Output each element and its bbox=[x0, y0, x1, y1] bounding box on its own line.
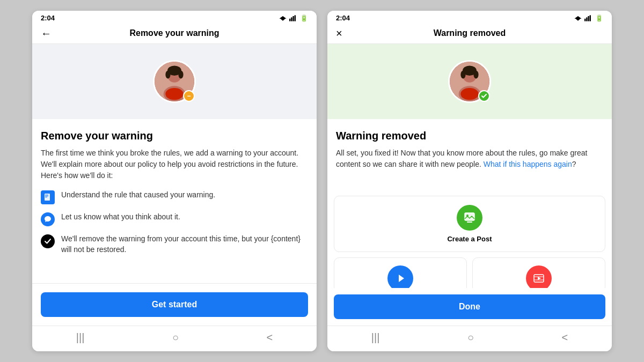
svg-marker-34 bbox=[399, 275, 404, 282]
svg-rect-19 bbox=[586, 17, 587, 21]
step-item-1: Understand the rule that caused your war… bbox=[41, 190, 308, 204]
signal-icon-2 bbox=[584, 15, 593, 21]
screen-warning-removed: 2:04 🔋 × Warning removed bbox=[327, 11, 612, 351]
screen-remove-warning: 2:04 🔋 ← Remove your warning bbox=[32, 11, 317, 351]
create-post-icon bbox=[457, 205, 482, 231]
svg-rect-1 bbox=[289, 18, 290, 21]
step-item-2: Let us know what you think about it. bbox=[41, 212, 308, 226]
status-time-2: 2:04 bbox=[336, 14, 350, 22]
avatar-badge-success bbox=[478, 90, 490, 102]
actions-section: Create a Post Create a Story bbox=[327, 189, 612, 288]
status-icons-1: 🔋 bbox=[279, 14, 308, 22]
speech-icon bbox=[43, 215, 52, 224]
what-if-link[interactable]: What if this happens again bbox=[484, 160, 572, 168]
steps-list: Understand the rule that caused your war… bbox=[41, 190, 308, 255]
status-bar-2: 2:04 🔋 bbox=[327, 11, 612, 24]
text-section-2: Warning removed All set, you fixed it! N… bbox=[327, 119, 612, 189]
nav-recent-icon-1[interactable]: ||| bbox=[76, 331, 85, 344]
story-icon bbox=[394, 272, 407, 285]
nav-home-icon-2[interactable]: ○ bbox=[467, 331, 474, 344]
step-text-1: Understand the rule that caused your war… bbox=[61, 190, 215, 201]
create-story-icon bbox=[387, 265, 413, 288]
svg-rect-4 bbox=[295, 15, 296, 21]
warning-removed-desc: All set, you fixed it! Now that you know… bbox=[336, 147, 603, 170]
svg-rect-33 bbox=[467, 221, 472, 223]
create-post-card[interactable]: Create a Post bbox=[334, 196, 605, 252]
battery-icon-2: 🔋 bbox=[595, 14, 603, 22]
avatar-badge-warning-1: − bbox=[183, 90, 195, 102]
done-section: Done bbox=[327, 288, 612, 326]
hero-section-1: − bbox=[32, 44, 317, 119]
wifi-icon-2 bbox=[574, 15, 582, 21]
status-icons-2: 🔋 bbox=[574, 14, 603, 22]
avatar-container-2 bbox=[448, 60, 491, 103]
desc-after: ? bbox=[572, 160, 576, 168]
content-area-1: − Remove your warning The first time we … bbox=[32, 44, 317, 283]
status-time-1: 2:04 bbox=[41, 14, 55, 22]
done-button[interactable]: Done bbox=[334, 294, 605, 319]
svg-rect-16 bbox=[45, 197, 47, 197]
svg-point-29 bbox=[473, 71, 478, 79]
text-section-1: Remove your warning The first time we th… bbox=[32, 119, 317, 273]
nav-bar-2: ||| ○ < bbox=[327, 326, 612, 351]
action-cards-row: Create a Story Create a Reel bbox=[334, 257, 605, 288]
bottom-section-1: Get started bbox=[32, 283, 317, 326]
svg-rect-2 bbox=[291, 17, 292, 21]
step-icon-check bbox=[41, 234, 55, 248]
step-item-3: We'll remove the warning from your accou… bbox=[41, 234, 308, 255]
checkmark-icon-badge bbox=[481, 93, 487, 99]
step-icon-speech bbox=[41, 212, 55, 226]
checkmark-icon-1 bbox=[43, 237, 52, 246]
svg-rect-18 bbox=[584, 18, 586, 21]
step-text-2: Let us know what you think about it. bbox=[61, 212, 180, 223]
post-icon bbox=[463, 211, 476, 224]
step-icon-book bbox=[41, 190, 55, 204]
svg-point-11 bbox=[165, 71, 170, 79]
svg-rect-14 bbox=[45, 195, 48, 195]
svg-marker-17 bbox=[574, 16, 581, 21]
create-reel-icon bbox=[526, 265, 552, 288]
nav-back-icon-2[interactable]: < bbox=[562, 331, 568, 344]
svg-marker-36 bbox=[538, 277, 541, 280]
signal-icon bbox=[289, 15, 298, 21]
svg-rect-20 bbox=[588, 16, 589, 21]
svg-rect-30 bbox=[465, 213, 474, 220]
nav-bar-1: ||| ○ < bbox=[32, 326, 317, 351]
avatar-container-1: − bbox=[153, 60, 196, 103]
create-reel-card[interactable]: Create a Reel bbox=[472, 257, 605, 288]
svg-point-8 bbox=[165, 88, 183, 100]
svg-marker-0 bbox=[279, 16, 286, 21]
step-text-3: We'll remove the warning from your accou… bbox=[61, 234, 308, 255]
wifi-icon bbox=[279, 15, 287, 21]
back-button[interactable]: ← bbox=[41, 27, 52, 40]
page-title-2: Warning removed bbox=[434, 28, 506, 38]
get-started-button[interactable]: Get started bbox=[41, 292, 308, 317]
svg-point-28 bbox=[460, 71, 465, 79]
status-bar-1: 2:04 🔋 bbox=[32, 11, 317, 24]
svg-rect-21 bbox=[590, 15, 591, 21]
svg-point-25 bbox=[460, 88, 478, 100]
warning-removed-title: Warning removed bbox=[336, 130, 603, 142]
create-post-label: Create a Post bbox=[447, 235, 492, 243]
nav-home-icon-1[interactable]: ○ bbox=[172, 331, 179, 344]
svg-rect-15 bbox=[45, 196, 48, 196]
nav-back-icon-1[interactable]: < bbox=[267, 331, 273, 344]
close-button[interactable]: × bbox=[336, 27, 342, 40]
battery-icon: 🔋 bbox=[300, 14, 308, 22]
nav-recent-icon-2[interactable]: ||| bbox=[371, 331, 380, 344]
reel-icon bbox=[532, 272, 545, 285]
svg-rect-3 bbox=[292, 16, 294, 21]
book-icon bbox=[43, 193, 52, 202]
content-area-2: Warning removed All set, you fixed it! N… bbox=[327, 44, 612, 288]
create-story-card[interactable]: Create a Story bbox=[334, 257, 467, 288]
main-title-1: Remove your warning bbox=[41, 130, 308, 142]
main-desc-1: The first time we think you broke the ru… bbox=[41, 147, 308, 181]
top-bar-2: × Warning removed bbox=[327, 24, 612, 44]
svg-point-12 bbox=[178, 71, 183, 79]
page-title-1: Remove your warning bbox=[129, 28, 219, 38]
hero-section-2 bbox=[327, 44, 612, 119]
top-bar-1: ← Remove your warning bbox=[32, 24, 317, 44]
